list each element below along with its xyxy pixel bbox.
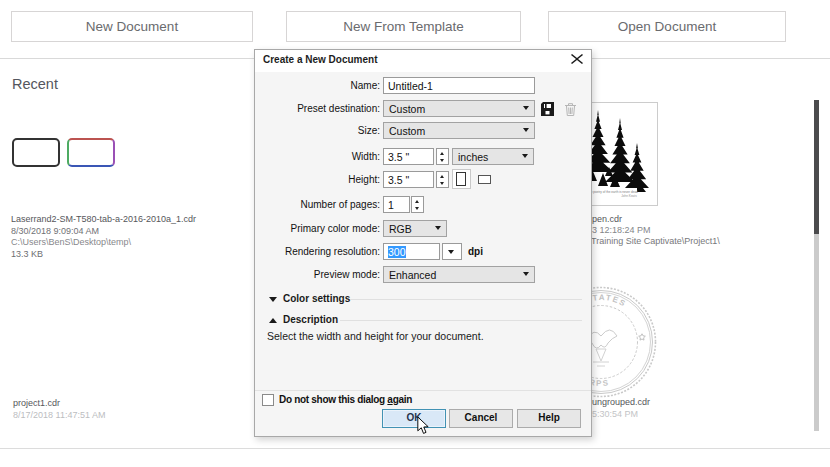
svg-text:John Keats: John Keats — [621, 194, 637, 198]
